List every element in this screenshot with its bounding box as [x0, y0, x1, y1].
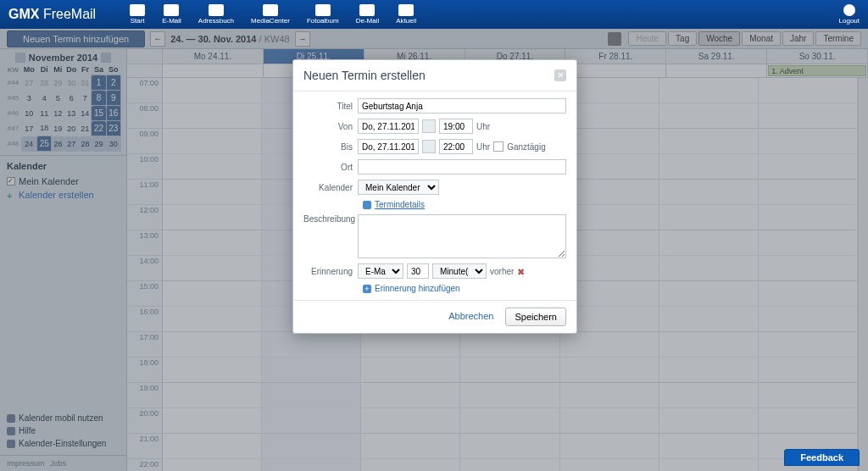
modal-title: Neuen Termin erstellen	[303, 69, 426, 82]
row-description: Beschreibung	[303, 214, 566, 258]
row-location: Ort	[303, 159, 566, 175]
from-date-input[interactable]	[358, 119, 419, 134]
top-nav: GMX FreeMail Start E-Mail Adressbuch Med…	[0, 0, 868, 29]
label-location: Ort	[303, 163, 358, 172]
delete-reminder-icon[interactable]: ✖	[517, 267, 526, 275]
logout-icon	[843, 4, 855, 16]
mail-icon	[164, 4, 179, 16]
logout-label: Logout	[839, 17, 860, 25]
news-icon	[398, 4, 414, 16]
modal-footer: Abbrechen Speichern	[293, 300, 576, 333]
label: Erinnerung hinzufügen	[375, 284, 460, 293]
to-date-input[interactable]	[358, 139, 419, 154]
row-from: Von Uhr	[303, 119, 566, 134]
nav-label: Fotoalbum	[307, 17, 339, 25]
close-icon[interactable]: ✕	[554, 69, 566, 81]
nav-fotoalbum[interactable]: Fotoalbum	[298, 3, 348, 26]
row-title: Titel	[303, 98, 566, 114]
cancel-button[interactable]: Abbrechen	[443, 308, 498, 326]
demail-icon	[359, 4, 375, 16]
nav-label: Start	[131, 17, 145, 25]
label-calendar: Kalender	[303, 183, 358, 192]
from-datepicker-icon[interactable]	[422, 119, 436, 133]
reminder-type-select[interactable]: E-Mail	[358, 263, 403, 279]
save-button[interactable]: Speichern	[505, 308, 566, 326]
row-to: Bis Uhr Ganztägig	[303, 139, 566, 154]
description-textarea[interactable]	[358, 214, 566, 258]
from-time-input[interactable]	[439, 119, 473, 134]
photo-icon	[315, 4, 331, 16]
to-datepicker-icon[interactable]	[422, 140, 436, 153]
nav-mediacenter[interactable]: MediaCenter	[242, 3, 298, 26]
home-icon	[130, 4, 145, 16]
label-from: Von	[303, 122, 358, 131]
modal-header: Neuen Termin erstellen ✕	[293, 60, 576, 91]
nav-label: Aktuell	[396, 17, 416, 25]
nav-items: Start E-Mail Adressbuch MediaCenter Foto…	[121, 3, 425, 26]
brand-freemail: FreeMail	[43, 7, 96, 21]
allday-label: Ganztägig	[507, 142, 546, 152]
addressbook-icon	[209, 4, 224, 16]
allday-checkbox[interactable]	[493, 141, 504, 152]
to-time-input[interactable]	[439, 139, 473, 154]
label-reminder: Erinnerung	[303, 267, 358, 276]
row-calendar: Kalender Mein Kalender	[303, 180, 566, 195]
nav-label: De-Mail	[356, 17, 380, 25]
reminder-number-input[interactable]	[407, 263, 429, 279]
new-event-modal: Neuen Termin erstellen ✕ Titel Von Uhr B…	[292, 59, 577, 334]
nav-label: E-Mail	[162, 17, 181, 25]
row-reminder: Erinnerung E-Mail Minute(n) vorher ✖	[303, 263, 566, 279]
nav-label: MediaCenter	[251, 17, 290, 25]
label-title: Titel	[303, 102, 358, 111]
brand-gmx: GMX	[8, 7, 39, 21]
add-reminder-link[interactable]: +Erinnerung hinzufügen	[363, 284, 566, 293]
nav-email[interactable]: E-Mail	[153, 3, 190, 26]
calendar-select[interactable]: Mein Kalender	[358, 180, 439, 195]
label: Termindetails	[375, 200, 425, 209]
modal-body: Titel Von Uhr Bis Uhr Ganztägig	[293, 91, 576, 300]
label-to: Bis	[303, 142, 358, 152]
label-description: Beschreibung	[303, 214, 358, 224]
feedback-button[interactable]: Feedback	[784, 449, 860, 466]
nav-adressbuch[interactable]: Adressbuch	[190, 3, 242, 26]
reminder-unit-select[interactable]: Minute(n)	[432, 263, 487, 279]
vorher-label: vorher	[490, 267, 514, 276]
nav-aktuell[interactable]: Aktuell	[387, 3, 425, 26]
nav-start[interactable]: Start	[121, 3, 153, 26]
title-input[interactable]	[358, 98, 566, 114]
details-icon	[363, 201, 371, 209]
nav-demail[interactable]: De-Mail	[348, 3, 388, 26]
nav-label: Adressbuch	[198, 17, 234, 25]
uhr-label: Uhr	[476, 142, 490, 152]
termindetails-link[interactable]: Termindetails	[363, 200, 566, 209]
brand-logo: GMX FreeMail	[8, 7, 96, 22]
uhr-label: Uhr	[476, 122, 490, 131]
plus-icon: +	[363, 285, 371, 293]
location-input[interactable]	[358, 159, 566, 175]
cloud-icon	[263, 4, 278, 16]
logout-button[interactable]: Logout	[839, 4, 860, 25]
